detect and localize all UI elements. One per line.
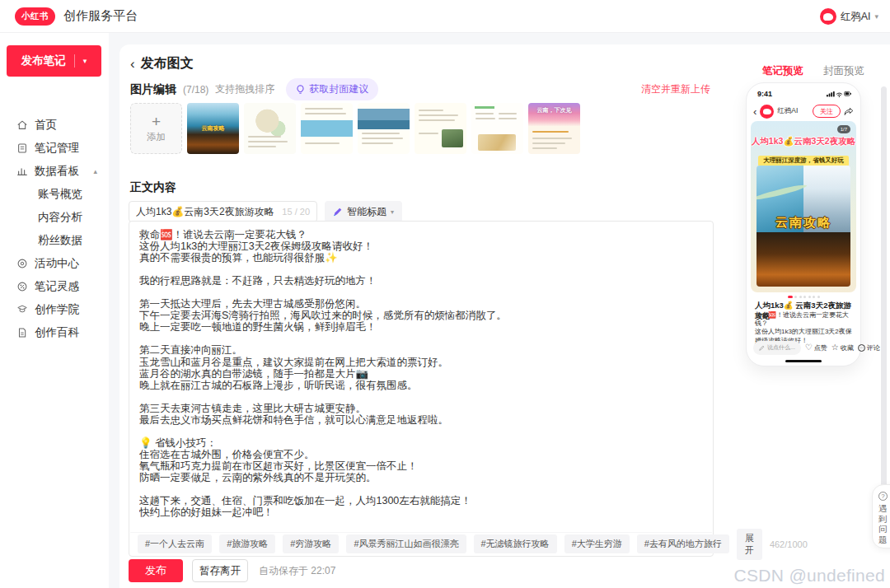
cover-suggest-button[interactable]: 获取封面建议 bbox=[286, 78, 378, 100]
question-icon: ? bbox=[878, 492, 888, 501]
thumbnail-compare-card[interactable] bbox=[471, 103, 523, 154]
top-bar: 小红书 创作服务平台 红鸦AI ▾ bbox=[0, 0, 890, 33]
sidebar: 发布笔记 ▾ 首页 笔记管理 数据看板 ▴ 账号概览 内容分析 bbox=[0, 33, 109, 588]
smart-title-label: 智能标题 bbox=[347, 205, 386, 219]
sidebar-item-label: 粉丝数据 bbox=[38, 233, 82, 248]
content-section-title: 正文内容 bbox=[130, 180, 176, 195]
xiaohongshu-logo: 小红书 bbox=[15, 7, 55, 26]
tag-chip[interactable]: #无滤镜旅行攻略 bbox=[474, 534, 557, 553]
thumbnail-sunset-card[interactable]: 云南，下次见 bbox=[528, 103, 580, 154]
pencil-icon bbox=[759, 345, 765, 351]
tab-note-preview[interactable]: 笔记预览 bbox=[762, 64, 803, 78]
thumbnail-route-map[interactable] bbox=[244, 103, 296, 154]
tag-chip[interactable]: #大学生穷游 bbox=[564, 534, 630, 553]
chevron-down-icon: ▾ bbox=[874, 12, 878, 21]
star-icon: ☆ bbox=[831, 343, 839, 352]
add-image-button[interactable]: + 添加 bbox=[130, 103, 182, 154]
follow-button[interactable]: 关注 bbox=[813, 105, 841, 118]
tab-cover-preview[interactable]: 封面预览 bbox=[823, 64, 864, 78]
note-body-editor[interactable]: 救命🆘！谁说去云南一定要花大钱？ 这份人均1k3的大理丽江3天2夜保姆级攻略请收… bbox=[129, 221, 714, 557]
publish-note-button[interactable]: 发布笔记 ▾ bbox=[7, 45, 101, 77]
sidebar-item-activity-center[interactable]: 活动中心 bbox=[0, 252, 109, 275]
sidebar-item-label: 创作百科 bbox=[35, 325, 79, 340]
chevron-up-icon[interactable]: ▴ bbox=[93, 167, 97, 175]
title-counter: 15 / 20 bbox=[282, 207, 310, 217]
tag-chip[interactable]: #旅游攻略 bbox=[219, 534, 275, 553]
title-row: 人均1k3💰云南3天2夜旅游攻略 15 / 20 智能标题 ▾ bbox=[129, 201, 402, 222]
tag-chip[interactable]: #一个人去云南 bbox=[138, 534, 212, 553]
wiki-icon bbox=[16, 327, 28, 338]
note-title-value: 人均1k3💰云南3天2夜旅游攻略 bbox=[136, 205, 277, 219]
comment-input[interactable]: 说点什么... bbox=[753, 341, 801, 355]
back-icon[interactable]: ‹ bbox=[753, 106, 756, 117]
thumbnail-itinerary-sea[interactable] bbox=[301, 103, 353, 154]
sidebar-item-data-dashboard[interactable]: 数据看板 ▴ bbox=[0, 160, 109, 183]
tag-chip[interactable]: #去有风的地方旅行 bbox=[637, 534, 729, 553]
note-title-input[interactable]: 人均1k3💰云南3天2夜旅游攻略 15 / 20 bbox=[129, 201, 317, 222]
sidebar-nav: 首页 笔记管理 数据看板 ▴ 账号概览 内容分析 粉丝数据 活动中 bbox=[0, 114, 109, 344]
user-menu[interactable]: 红鸦AI ▾ bbox=[820, 0, 878, 33]
preview-tabs: 笔记预览 封面预览 bbox=[762, 64, 864, 78]
sidebar-item-note-management[interactable]: 笔记管理 bbox=[0, 137, 109, 160]
breadcrumb: ‹ 发布图文 bbox=[130, 55, 194, 72]
pen-icon bbox=[333, 207, 343, 217]
expand-tags-button[interactable]: 展开 bbox=[737, 529, 762, 560]
back-icon[interactable]: ‹ bbox=[130, 57, 135, 71]
activity-icon bbox=[16, 258, 28, 269]
tag-chip[interactable]: #风景秀丽江山如画很漂亮 bbox=[346, 534, 466, 553]
thumbnail-row: + 添加 云南攻略 云南，下次见 bbox=[130, 103, 580, 154]
autosave-status: 自动保存于 22:07 bbox=[259, 564, 335, 578]
tag-suggestion-bar: #一个人去云南 #旅游攻略 #穷游攻略 #风景秀丽江山如画很漂亮 #无滤镜旅行攻… bbox=[130, 532, 712, 555]
body-char-counter: 462/1000 bbox=[770, 539, 808, 549]
comment-bubble-icon: ⋯ bbox=[858, 344, 865, 352]
bar-chart-icon bbox=[16, 166, 28, 177]
cover-photo-collage: 云南攻略 bbox=[756, 166, 850, 287]
help-label: 遇到问题 bbox=[878, 503, 888, 544]
image-editor-header: 图片编辑 (7/18) 支持拖拽排序 获取封面建议 bbox=[130, 78, 378, 100]
document-icon bbox=[16, 142, 28, 154]
thumbnail-cover-collage[interactable]: 云南攻略 bbox=[187, 103, 239, 154]
inspiration-icon bbox=[16, 281, 28, 292]
sidebar-item-creator-wiki[interactable]: 创作百科 bbox=[0, 321, 109, 344]
heart-icon: ♡ bbox=[805, 343, 813, 352]
sidebar-item-label: 首页 bbox=[35, 118, 57, 133]
comment-button[interactable]: ⋯评论 bbox=[858, 343, 880, 352]
add-label: 添加 bbox=[147, 131, 166, 143]
sidebar-item-note-inspiration[interactable]: 笔记灵感 bbox=[0, 275, 109, 298]
sidebar-item-label: 内容分析 bbox=[38, 210, 82, 225]
lightbulb-icon bbox=[296, 85, 305, 95]
scrollbar[interactable] bbox=[881, 86, 887, 523]
cover-center-text: 云南攻略 bbox=[756, 215, 850, 231]
thumbnail-text: 云南，下次见 bbox=[528, 106, 580, 114]
help-floating-button[interactable]: ? 遇到问题 bbox=[872, 484, 890, 548]
sidebar-item-label: 活动中心 bbox=[35, 256, 79, 271]
sidebar-item-fans-data[interactable]: 粉丝数据 bbox=[0, 229, 109, 252]
like-button[interactable]: ♡点赞 bbox=[805, 343, 827, 352]
thumbnail-tips-card[interactable] bbox=[415, 103, 466, 154]
publish-button[interactable]: 发布 bbox=[129, 559, 183, 582]
save-and-leave-button[interactable]: 暂存离开 bbox=[192, 559, 248, 582]
share-icon[interactable] bbox=[844, 107, 854, 116]
sidebar-item-account-overview[interactable]: 账号概览 bbox=[0, 183, 109, 206]
sidebar-item-home[interactable]: 首页 bbox=[0, 114, 109, 137]
user-name: 红鸦AI bbox=[841, 10, 871, 24]
thumbnail-mountain-lake[interactable] bbox=[358, 103, 410, 154]
smart-title-button[interactable]: 智能标题 ▾ bbox=[325, 201, 402, 222]
account-avatar[interactable] bbox=[760, 105, 774, 119]
note-cover-image[interactable]: 1/7 人均1k3💰云南3天2夜攻略 大理丽江深度游，省钱又好玩 云南攻略 bbox=[751, 121, 856, 292]
tag-chip[interactable]: #穷游攻略 bbox=[283, 534, 339, 553]
image-count: (7/18) bbox=[183, 84, 208, 96]
divider bbox=[74, 54, 75, 68]
sidebar-item-label: 笔记灵感 bbox=[35, 279, 79, 294]
drag-hint: 支持拖拽排序 bbox=[215, 82, 274, 96]
note-body-text: 救命🆘！谁说去云南一定要花大钱？ 这份人均1k3的大理丽江3天2夜保姆级攻略请收… bbox=[139, 229, 703, 530]
sidebar-item-content-analysis[interactable]: 内容分析 bbox=[0, 206, 109, 229]
sidebar-item-label: 笔记管理 bbox=[35, 141, 79, 156]
pagination-dots bbox=[747, 296, 860, 298]
note-action-bar: 说点什么... ♡点赞 ☆收藏 ⋯评论 bbox=[753, 340, 854, 355]
sidebar-item-creator-academy[interactable]: 创作学院 bbox=[0, 298, 109, 321]
app-window: 小红书 创作服务平台 红鸦AI ▾ 发布笔记 ▾ 首页 笔记管理 数据看板 bbox=[0, 0, 890, 588]
clear-reupload-link[interactable]: 清空并重新上传 bbox=[641, 82, 710, 96]
cover-subtitle-text: 大理丽江深度游，省钱又好玩 bbox=[758, 156, 849, 166]
collect-button[interactable]: ☆收藏 bbox=[831, 343, 854, 352]
